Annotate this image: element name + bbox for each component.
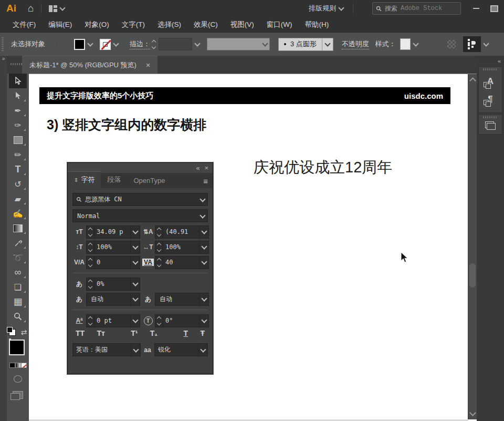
space-before-field[interactable]: 自动 [86,293,140,306]
close-panel-icon[interactable]: × [204,164,208,172]
chevron-down-icon[interactable] [199,315,208,327]
superscript-button[interactable]: T¹ [131,329,138,337]
chevron-down-icon[interactable] [198,210,207,222]
draw-mode-icon[interactable] [14,375,22,383]
fill-indicator[interactable] [9,340,25,355]
space-after-field[interactable]: 自动 [155,293,209,306]
drag-handle[interactable] [2,37,4,51]
align-options-icon[interactable] [447,40,456,48]
menu-edit[interactable]: 编辑(E) [48,20,72,29]
color-mode-icon[interactable] [9,363,15,368]
chevron-down-icon[interactable] [199,293,208,305]
pen-tool[interactable]: ✒ [9,103,27,118]
anti-alias-dropdown[interactable]: 锐化 [154,343,208,356]
chevron-down-icon[interactable] [194,40,200,46]
chevron-down-icon[interactable] [113,40,119,46]
scrollbar-thumb[interactable] [469,263,476,287]
eyedropper-tool[interactable] [9,235,27,250]
chevron-down-icon[interactable] [483,40,489,46]
fill-stroke-indicator[interactable] [9,340,27,358]
arrange-documents-icon[interactable] [463,36,481,52]
stroke-profile-dropdown[interactable] [207,38,270,50]
menu-file[interactable]: 文件(F) [13,20,36,29]
workspace-switcher-icon[interactable] [49,5,57,12]
chevron-down-icon[interactable] [130,293,140,305]
close-tab-icon[interactable]: × [146,61,150,69]
underline-button[interactable]: T [183,329,188,337]
character-panel[interactable]: « × ⇕字符 段落 OpenType ≡ 思源黑体 CN Normal [67,162,213,374]
zoom-tool[interactable] [9,309,27,324]
font-size-field[interactable]: 34.09 p [86,225,140,239]
swap-colors-icon[interactable]: ⇄ [21,328,27,336]
tab-character[interactable]: ⇕字符 [68,171,101,188]
stroke-weight-stepper[interactable] [150,40,158,48]
language-dropdown[interactable]: 英语：美国 [72,343,141,356]
screen-mode-icon[interactable] [13,391,23,399]
artboards-panel-icon[interactable] [485,121,496,130]
chevron-down-icon[interactable] [130,315,140,327]
font-style-field[interactable]: Normal [72,209,208,222]
paragraph-panel-icon[interactable]: ¶ [482,91,498,107]
panel-toggle-icon[interactable]: ⇕ [74,177,78,183]
stroke-weight-field[interactable] [159,38,192,50]
gradient-tool[interactable] [9,221,27,235]
shaper-tool[interactable]: ✍ [9,206,27,221]
tab-paragraph[interactable]: 段落 [101,172,127,188]
minimize-button[interactable] [468,3,484,14]
all-caps-button[interactable]: TT [76,329,85,337]
chevron-down-icon[interactable] [130,226,140,238]
rotate-tool[interactable]: ↺ [9,177,27,191]
none-mode-icon[interactable] [21,363,27,368]
chevron-down-icon[interactable] [199,241,208,253]
menu-select[interactable]: 选择(S) [158,20,181,29]
selection-tool[interactable] [9,74,27,88]
leading-stepper[interactable] [155,226,163,238]
chevron-down-icon[interactable] [198,344,207,356]
blend-tool[interactable]: ➰ [9,250,27,265]
menu-view[interactable]: 视图(V) [230,20,254,29]
stroke-color-swatch[interactable] [100,39,111,50]
brush-dropdown-arrow[interactable] [322,38,333,50]
canvas[interactable]: 提升文字排版效率的5个小技巧 uisdc.com 3) 竖排文字组内的数字横排 … [29,74,477,421]
shape-builder-tool[interactable]: ∞ [9,265,27,280]
chevron-down-icon[interactable] [199,226,208,238]
drag-handle[interactable] [483,116,498,118]
maximize-button[interactable] [486,3,502,14]
character-rotation-stepper[interactable] [155,315,163,327]
leading-field[interactable]: (40.91 [155,225,209,239]
tsume-stepper[interactable] [87,278,94,290]
opacity-link[interactable]: 不透明度 [342,39,369,49]
menu-window[interactable]: 窗口(W) [267,20,292,29]
font-family-field[interactable]: 思源黑体 CN [72,193,208,206]
collapse-panel-icon[interactable]: « [196,165,200,172]
collapse-dock-icon[interactable]: « [477,56,504,65]
graphic-style-swatch[interactable] [400,38,411,50]
rectangle-tool[interactable] [9,132,27,147]
chevron-down-icon[interactable] [199,256,208,269]
horizontal-scale-stepper[interactable] [155,241,163,253]
chevron-down-icon[interactable] [413,40,418,46]
chevron-down-icon[interactable] [131,344,140,356]
horizontal-scale-field[interactable]: 100% [155,241,209,254]
tab-opentype[interactable]: OpenType [127,173,171,188]
baseline-shift-field[interactable]: 0 pt [86,314,140,327]
kerning-field[interactable]: 0 [86,256,140,269]
stroke-link[interactable]: 描边： [130,39,150,49]
document-tab[interactable]: 未标题-1* @ 50% (RGB/GPU 预览) × [22,56,158,74]
menu-object[interactable]: 对象(O) [85,20,109,29]
vertical-scale-field[interactable]: 100% [86,241,140,254]
menu-help[interactable]: 帮助(H) [304,20,329,29]
character-panel-icon[interactable]: A [482,74,498,89]
font-size-stepper[interactable] [87,226,94,238]
direct-selection-tool[interactable] [9,88,27,103]
tracking-field[interactable]: 40 [155,256,209,269]
chevron-down-icon[interactable] [130,256,140,269]
gradient-mode-icon[interactable] [15,363,21,368]
home-icon[interactable]: ⌂ [28,3,34,14]
menu-type[interactable]: 文字(T) [122,20,145,29]
vertical-scrollbar[interactable] [468,74,477,419]
chevron-down-icon[interactable] [130,278,140,290]
expand-panel-icon[interactable]: » [2,56,5,61]
menu-effect[interactable]: 效果(C) [194,20,218,29]
scroll-up-icon[interactable] [469,77,476,84]
